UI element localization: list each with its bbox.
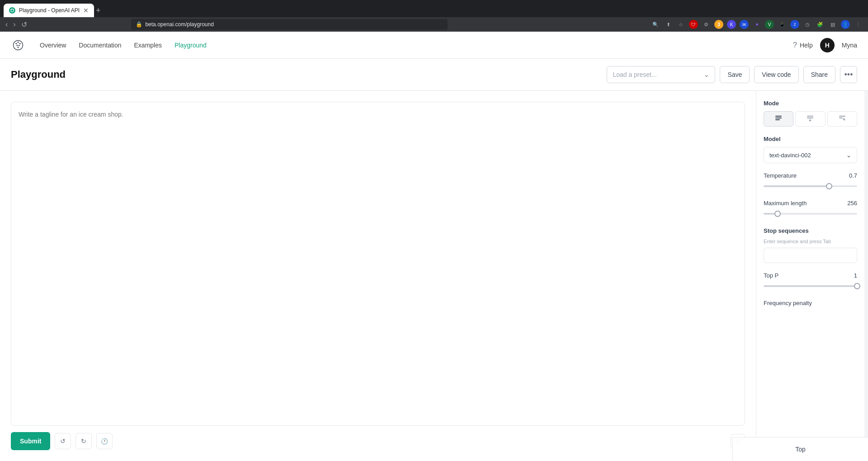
app-header: Overview Documentation Examples Playgrou… (0, 32, 868, 59)
avatar[interactable]: H (820, 38, 835, 52)
prompt-editor[interactable] (11, 102, 745, 426)
app-logo[interactable] (11, 38, 25, 52)
shield-icon[interactable]: 🛡 (689, 20, 698, 29)
share-button[interactable]: Share (803, 66, 835, 83)
top-p-slider[interactable] (764, 282, 857, 291)
help-button[interactable]: ? Help (793, 41, 813, 49)
undo-button[interactable]: ↺ (55, 433, 71, 449)
editor-area: Submit ↺ ↻ 🕐 0 (0, 91, 756, 461)
share-browser-icon[interactable]: ⬆ (664, 20, 673, 29)
badge2-icon[interactable]: 2 (790, 20, 799, 29)
tab-close-button[interactable]: ✕ (83, 7, 89, 14)
temperature-row: Temperature 0.7 (764, 172, 857, 179)
settings-sidebar: Mode (756, 91, 864, 461)
menu-icon[interactable]: ⋮ (854, 20, 863, 29)
temperature-thumb[interactable] (826, 183, 832, 189)
model-chevron-icon: ⌄ (846, 152, 851, 159)
tab-title: Playground - OpenAI API (19, 7, 80, 14)
temperature-slider[interactable] (764, 182, 857, 191)
reload-button[interactable]: ↺ (21, 20, 27, 29)
model-label: Model (764, 136, 857, 142)
svg-rect-2 (775, 118, 782, 118)
frequency-penalty-section: Frequency penalty (764, 300, 857, 306)
mobile-icon[interactable]: 📱 (778, 20, 787, 29)
mode-edit-button[interactable] (827, 111, 857, 127)
scroll-to-top-bar[interactable]: Top (732, 437, 868, 461)
top-p-fill (764, 285, 857, 287)
mode-label: Mode (764, 100, 857, 107)
max-length-track (764, 213, 857, 215)
sidebar-icon[interactable]: ▤ (828, 20, 837, 29)
complete-icon (775, 115, 782, 123)
star2-icon[interactable]: ✦ (752, 20, 761, 29)
redo-button[interactable]: ↻ (75, 433, 92, 449)
save-button[interactable]: Save (720, 66, 750, 83)
svg-rect-5 (807, 118, 813, 118)
model-section: Model text-davinci-002 ⌄ (764, 136, 857, 163)
scroll-top-label: Top (795, 446, 806, 453)
stop-sequences-input[interactable] (764, 248, 857, 263)
mode-section: Mode (764, 100, 857, 127)
app-nav: Overview Documentation Examples Playgrou… (40, 42, 207, 49)
nav-overview[interactable]: Overview (40, 42, 66, 49)
model-dropdown[interactable]: text-davinci-002 ⌄ (764, 147, 857, 163)
stop-sequences-hint: Enter sequence and press Tab (764, 239, 857, 244)
svg-rect-1 (775, 116, 782, 117)
active-tab[interactable]: Playground - OpenAI API ✕ (4, 4, 94, 17)
svg-rect-4 (807, 116, 813, 117)
submit-button[interactable]: Submit (11, 432, 50, 450)
top-p-value: 1 (854, 272, 857, 279)
user-browser-icon[interactable]: 👤 (841, 20, 850, 29)
max-length-thumb[interactable] (774, 211, 781, 217)
undo-icon: ↺ (60, 437, 66, 445)
nav-documentation[interactable]: Documentation (79, 42, 121, 49)
frequency-penalty-row: Frequency penalty (764, 300, 857, 306)
mode-insert-button[interactable] (795, 111, 825, 127)
nav-examples[interactable]: Examples (134, 42, 162, 49)
url-bar[interactable]: 🔒 beta.openai.com/playground (131, 19, 448, 30)
timer-icon[interactable]: ◷ (803, 20, 812, 29)
v-icon[interactable]: V (765, 20, 774, 29)
extensions-icon[interactable]: ⚙ (702, 20, 711, 29)
temperature-label: Temperature (764, 172, 797, 179)
svg-rect-6 (839, 116, 845, 117)
editor-footer: Submit ↺ ↻ 🕐 0 (11, 426, 745, 450)
k-icon[interactable]: K (727, 20, 736, 29)
max-length-slider[interactable] (764, 209, 857, 218)
star-icon[interactable]: ☆ (676, 20, 685, 29)
browser-chrome: Playground - OpenAI API ✕ + ‹ › ↺ 🔒 beta… (0, 0, 868, 32)
puzzle-icon[interactable]: 🧩 (816, 20, 825, 29)
page-title: Playground (11, 69, 66, 80)
new-tab-button[interactable]: + (96, 6, 101, 15)
mode-complete-button[interactable] (764, 111, 793, 127)
model-value: text-davinci-002 (769, 152, 811, 159)
svg-rect-3 (775, 119, 780, 120)
user-name[interactable]: Myna (842, 42, 857, 49)
address-bar: ‹ › ↺ 🔒 beta.openai.com/playground 🔍 ⬆ ☆… (0, 17, 868, 32)
scrollbar[interactable] (864, 91, 868, 461)
temperature-track (764, 185, 857, 187)
top-p-thumb[interactable] (854, 283, 860, 289)
redo-icon: ↻ (81, 437, 86, 445)
frequency-penalty-label: Frequency penalty (764, 300, 812, 306)
forward-button[interactable]: › (13, 20, 15, 28)
max-length-row: Maximum length 256 (764, 200, 857, 207)
preset-dropdown[interactable]: Load a preset... ⌄ (607, 66, 715, 83)
top-p-label: Top P (764, 272, 778, 279)
nav-playground[interactable]: Playground (175, 42, 207, 49)
search-browser-icon[interactable]: 🔍 (651, 20, 660, 29)
top-p-track (764, 285, 857, 287)
tab-favicon (9, 7, 15, 14)
browser-toolbar: 🔍 ⬆ ☆ 🛡 ⚙ 3 K ✉ ✦ V 📱 2 ◷ 🧩 ▤ 👤 ⋮ (651, 20, 863, 29)
more-options-button[interactable]: ••• (840, 66, 857, 83)
temperature-section: Temperature 0.7 (764, 172, 857, 191)
back-button[interactable]: ‹ (5, 20, 8, 28)
ellipsis-icon: ••• (844, 70, 853, 80)
tab-bar: Playground - OpenAI API ✕ + (0, 0, 868, 17)
history-button[interactable]: 🕐 (96, 433, 113, 449)
help-label: Help (800, 42, 813, 49)
main-area: Submit ↺ ↻ 🕐 0 Mode (0, 91, 868, 461)
view-code-button[interactable]: View code (754, 66, 798, 83)
mail-icon[interactable]: ✉ (740, 20, 749, 29)
badge-icon[interactable]: 3 (714, 20, 723, 29)
